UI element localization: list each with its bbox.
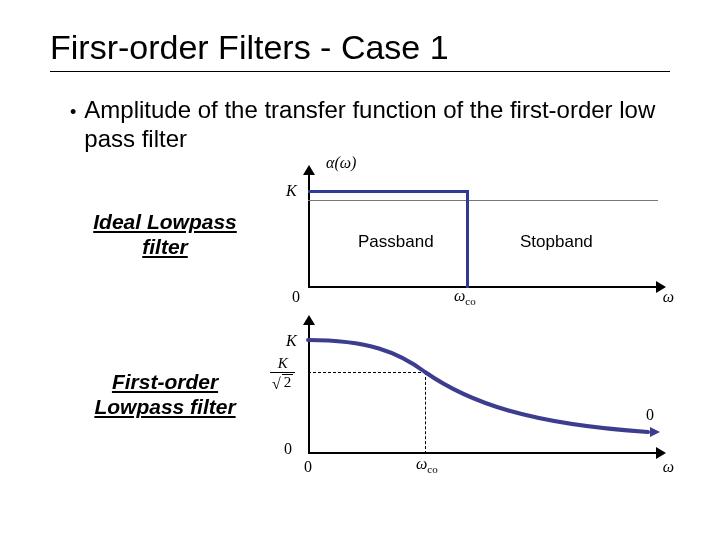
ideal-curve-vertical: [466, 190, 469, 288]
frac-den: √2: [270, 372, 295, 392]
passband-label: Passband: [358, 232, 434, 252]
curve-arrow-icon: [650, 427, 660, 437]
y-tick-k-over-sqrt2: K √2: [270, 356, 295, 392]
origin-below-label: 0: [304, 458, 312, 476]
first-order-curve: [308, 320, 658, 454]
slide-title: Firsr-order Filters - Case 1: [50, 28, 670, 72]
origin-label: 0: [292, 288, 300, 306]
region-divider: [308, 200, 658, 201]
ideal-row: Ideal Lowpass filter α(ω) K 0 ω Passband…: [80, 160, 670, 310]
ideal-plot: α(ω) K 0 ω Passband Stopband ωco: [250, 160, 670, 310]
x-axis: [308, 286, 658, 288]
first-order-label: First-order Lowpass filter: [80, 370, 250, 418]
cutoff-sub: co: [427, 464, 437, 476]
x-axis-end-label: ω: [663, 288, 674, 306]
ideal-curve-horizontal: [308, 190, 468, 193]
x-axis-end-label: ω: [663, 458, 674, 476]
tail-zero-label: 0: [646, 406, 654, 424]
arrow-up-icon: [303, 165, 315, 175]
cutoff-label: ωco: [454, 287, 476, 307]
cutoff-sub: co: [465, 296, 475, 308]
bullet-item: • Amplitude of the transfer function of …: [70, 96, 670, 154]
y-axis-title: α(ω): [326, 154, 356, 172]
bullet-text: Amplitude of the transfer function of th…: [84, 96, 670, 154]
y-tick-k: K: [286, 182, 297, 200]
frac-num: K: [276, 356, 290, 372]
origin-left-label: 0: [284, 440, 292, 458]
ideal-label: Ideal Lowpass filter: [80, 210, 250, 258]
y-tick-k: K: [286, 332, 297, 350]
stopband-label: Stopband: [520, 232, 593, 252]
first-order-row: First-order Lowpass filter K K √2 0 0: [80, 310, 670, 480]
cutoff-omega: ω: [454, 287, 465, 304]
cutoff-label: ωco: [416, 455, 438, 475]
bullet-dot-icon: •: [70, 102, 76, 124]
first-order-plot: K K √2 0 0 ωco ω 0: [250, 310, 670, 480]
cutoff-omega: ω: [416, 455, 427, 472]
